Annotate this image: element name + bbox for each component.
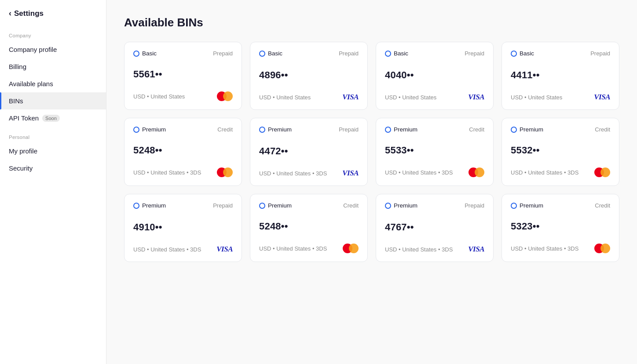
settings-label: Settings bbox=[14, 9, 44, 18]
visa-logo-icon: VISA bbox=[342, 169, 359, 178]
bin-category: Credit bbox=[595, 202, 610, 209]
bin-card-header: BasicPrepaid bbox=[511, 50, 610, 57]
sidebar-section-label: Company bbox=[0, 25, 106, 41]
sidebar-item-company-profile[interactable]: Company profile bbox=[0, 41, 106, 58]
back-arrow-icon: ‹ bbox=[9, 9, 11, 18]
bin-dot-icon bbox=[385, 51, 391, 57]
bin-type-label: Basic bbox=[520, 50, 534, 57]
bin-details: USD • United States bbox=[259, 94, 311, 101]
bin-category: Prepaid bbox=[339, 50, 359, 57]
bin-card-footer: USD • United States • 3DS bbox=[385, 167, 484, 178]
bin-number: 5561•• bbox=[133, 69, 233, 80]
bin-card-0[interactable]: BasicPrepaid5561••USD • United States bbox=[124, 42, 242, 110]
mc-orange-circle bbox=[349, 244, 359, 253]
soon-badge: Soon bbox=[42, 115, 60, 122]
bin-card-header: BasicPrepaid bbox=[133, 50, 233, 57]
sidebar-item-my-profile[interactable]: My profile bbox=[0, 142, 106, 160]
bin-type: Basic bbox=[385, 50, 408, 57]
bin-card-11[interactable]: PremiumCredit5323••USD • United States •… bbox=[502, 194, 619, 262]
visa-logo-icon: VISA bbox=[468, 245, 484, 254]
bin-card-footer: USD • United States bbox=[133, 91, 233, 102]
bin-type-label: Premium bbox=[142, 202, 166, 209]
bin-details: USD • United States bbox=[133, 93, 185, 100]
bin-card-7[interactable]: PremiumCredit5532••USD • United States •… bbox=[502, 118, 619, 186]
back-button[interactable]: ‹ Settings bbox=[0, 0, 106, 25]
mastercard-logo-icon bbox=[594, 167, 610, 178]
bin-card-5[interactable]: PremiumPrepaid4472••USD • United States … bbox=[250, 118, 368, 186]
bin-type: Premium bbox=[511, 126, 543, 133]
sidebar-item-available-plans[interactable]: Available plans bbox=[0, 75, 106, 92]
bin-type: Basic bbox=[259, 50, 282, 57]
bin-card-header: BasicPrepaid bbox=[259, 50, 359, 57]
bin-category: Credit bbox=[217, 126, 233, 133]
bin-card-6[interactable]: PremiumCredit5533••USD • United States •… bbox=[376, 118, 494, 186]
bin-type: Basic bbox=[511, 50, 534, 57]
bin-details: USD • United States • 3DS bbox=[133, 169, 201, 176]
sidebar-item-label: BINs bbox=[9, 97, 23, 105]
bin-card-4[interactable]: PremiumCredit5248••USD • United States •… bbox=[124, 118, 242, 186]
bin-card-footer: USD • United States • 3DSVISA bbox=[385, 245, 484, 254]
bin-number: 4411•• bbox=[511, 69, 610, 81]
mastercard-logo-icon bbox=[217, 167, 233, 178]
sidebar-item-api-token[interactable]: API TokenSoon bbox=[0, 109, 106, 127]
visa-logo-icon: VISA bbox=[342, 93, 359, 102]
bin-type: Premium bbox=[511, 202, 543, 209]
mc-orange-circle bbox=[223, 167, 233, 177]
bin-dot-icon bbox=[133, 51, 139, 57]
sidebar-item-bins[interactable]: BINs bbox=[0, 92, 106, 109]
bin-details: USD • United States • 3DS bbox=[511, 169, 578, 176]
sidebar-item-security[interactable]: Security bbox=[0, 160, 106, 177]
bin-type-label: Premium bbox=[520, 126, 543, 133]
bin-dot-icon bbox=[259, 203, 265, 209]
sidebar-item-billing[interactable]: Billing bbox=[0, 58, 106, 75]
bin-card-8[interactable]: PremiumPrepaid4910••USD • United States … bbox=[124, 194, 242, 262]
bin-dot-icon bbox=[259, 127, 265, 133]
mastercard-logo-icon bbox=[217, 91, 233, 102]
mc-orange-circle bbox=[223, 91, 233, 101]
bin-card-header: PremiumCredit bbox=[133, 126, 233, 133]
bin-details: USD • United States • 3DS bbox=[259, 245, 327, 252]
sidebar-item-label: Available plans bbox=[9, 80, 53, 87]
bin-dot-icon bbox=[385, 203, 391, 209]
bin-card-3[interactable]: BasicPrepaid4411••USD • United StatesVIS… bbox=[502, 42, 619, 110]
bin-card-header: PremiumCredit bbox=[511, 126, 610, 133]
bin-type-label: Premium bbox=[394, 202, 417, 209]
bin-number: 4910•• bbox=[133, 222, 233, 233]
bin-number: 5323•• bbox=[511, 221, 610, 232]
bin-card-2[interactable]: BasicPrepaid4040••USD • United StatesVIS… bbox=[376, 42, 494, 110]
sidebar-item-api-wrapper: API TokenSoon bbox=[9, 114, 60, 122]
visa-logo-icon: VISA bbox=[594, 93, 610, 102]
bin-card-footer: USD • United States • 3DS bbox=[133, 167, 233, 178]
main-content: Available BINs BasicPrepaid5561••USD • U… bbox=[106, 0, 637, 364]
mc-orange-circle bbox=[600, 244, 610, 253]
mastercard-logo-icon bbox=[343, 243, 359, 254]
bin-card-footer: USD • United StatesVISA bbox=[259, 93, 359, 102]
bin-dot-icon bbox=[133, 203, 139, 209]
bin-type-label: Premium bbox=[520, 202, 543, 209]
bin-details: USD • United States • 3DS bbox=[133, 246, 201, 253]
bin-number: 5533•• bbox=[385, 145, 484, 156]
sidebar-item-label: Billing bbox=[9, 63, 26, 70]
bin-dot-icon bbox=[259, 51, 265, 57]
bin-card-footer: USD • United States • 3DSVISA bbox=[259, 169, 359, 178]
sidebar-item-label: My profile bbox=[9, 147, 37, 155]
bin-category: Prepaid bbox=[465, 50, 484, 57]
bin-type-label: Basic bbox=[268, 50, 282, 57]
bin-type: Premium bbox=[385, 126, 417, 133]
bins-grid: BasicPrepaid5561••USD • United StatesBas… bbox=[124, 42, 619, 262]
active-indicator bbox=[0, 92, 1, 109]
bin-category: Credit bbox=[469, 126, 484, 133]
bin-card-9[interactable]: PremiumCredit5248••USD • United States •… bbox=[250, 194, 368, 262]
bin-card-footer: USD • United StatesVISA bbox=[511, 93, 610, 102]
bin-dot-icon bbox=[511, 127, 517, 133]
bin-category: Prepaid bbox=[590, 50, 610, 57]
mc-orange-circle bbox=[475, 167, 484, 177]
bin-details: USD • United States • 3DS bbox=[511, 245, 578, 252]
bin-card-1[interactable]: BasicPrepaid4896••USD • United StatesVIS… bbox=[250, 42, 368, 110]
bin-type: Premium bbox=[259, 202, 292, 209]
bin-dot-icon bbox=[133, 127, 139, 133]
bin-card-header: BasicPrepaid bbox=[385, 50, 484, 57]
bin-card-footer: USD • United StatesVISA bbox=[385, 93, 484, 102]
bin-card-10[interactable]: PremiumPrepaid4767••USD • United States … bbox=[376, 194, 494, 262]
bin-card-header: PremiumCredit bbox=[385, 126, 484, 133]
